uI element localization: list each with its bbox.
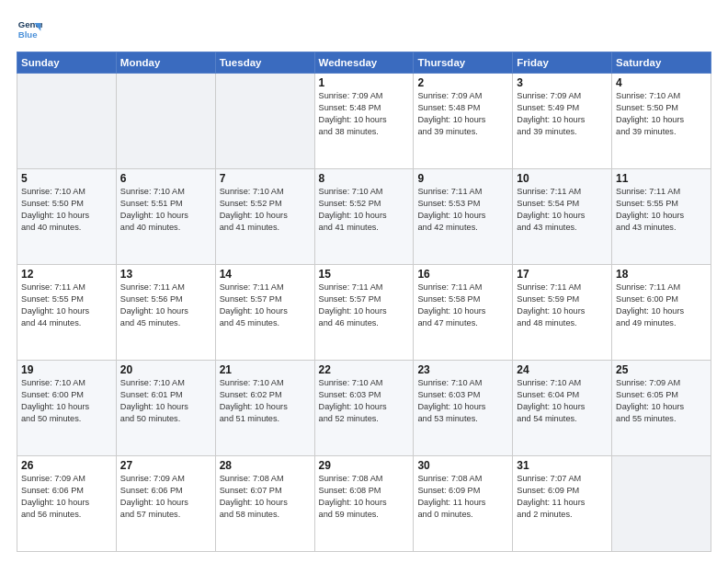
day-number: 21 (220, 363, 311, 376)
day-info: Sunrise: 7:11 AM Sunset: 5:55 PM Dayligh… (21, 282, 112, 329)
day-info: Sunrise: 7:09 AM Sunset: 6:05 PM Dayligh… (616, 377, 707, 425)
calendar-cell: 1Sunrise: 7:09 AM Sunset: 5:48 PM Daylig… (314, 74, 414, 169)
day-info: Sunrise: 7:11 AM Sunset: 5:53 PM Dayligh… (417, 186, 508, 234)
day-number: 17 (517, 268, 608, 281)
day-number: 5 (21, 172, 112, 185)
day-info: Sunrise: 7:11 AM Sunset: 5:57 PM Dayligh… (319, 282, 410, 329)
day-number: 14 (220, 268, 311, 281)
day-info: Sunrise: 7:10 AM Sunset: 6:03 PM Dayligh… (417, 377, 508, 425)
day-number: 25 (616, 363, 707, 376)
calendar-cell: 7Sunrise: 7:10 AM Sunset: 5:52 PM Daylig… (215, 169, 314, 265)
calendar-cell (116, 74, 215, 169)
day-number: 3 (517, 76, 608, 89)
day-info: Sunrise: 7:10 AM Sunset: 5:52 PM Dayligh… (220, 186, 311, 234)
day-info: Sunrise: 7:09 AM Sunset: 5:48 PM Dayligh… (417, 90, 508, 138)
logo: General Blue (17, 17, 46, 42)
week-row-4: 26Sunrise: 7:09 AM Sunset: 6:06 PM Dayli… (17, 456, 711, 552)
day-info: Sunrise: 7:11 AM Sunset: 5:58 PM Dayligh… (417, 282, 508, 329)
day-info: Sunrise: 7:11 AM Sunset: 6:00 PM Dayligh… (616, 282, 707, 329)
weekday-header-row: SundayMondayTuesdayWednesdayThursdayFrid… (17, 52, 711, 74)
calendar-cell: 8Sunrise: 7:10 AM Sunset: 5:52 PM Daylig… (314, 169, 414, 265)
day-info: Sunrise: 7:10 AM Sunset: 5:50 PM Dayligh… (21, 186, 112, 234)
day-info: Sunrise: 7:10 AM Sunset: 5:51 PM Dayligh… (120, 186, 211, 234)
day-info: Sunrise: 7:10 AM Sunset: 5:50 PM Dayligh… (616, 90, 707, 138)
day-info: Sunrise: 7:11 AM Sunset: 5:56 PM Dayligh… (120, 282, 211, 329)
calendar-cell: 27Sunrise: 7:09 AM Sunset: 6:06 PM Dayli… (116, 456, 215, 552)
calendar-cell: 4Sunrise: 7:10 AM Sunset: 5:50 PM Daylig… (612, 74, 711, 169)
calendar-cell (215, 74, 314, 169)
calendar-cell: 6Sunrise: 7:10 AM Sunset: 5:51 PM Daylig… (116, 169, 215, 265)
weekday-header-thursday: Thursday (414, 52, 513, 74)
calendar-cell: 31Sunrise: 7:07 AM Sunset: 6:09 PM Dayli… (513, 456, 612, 552)
day-number: 9 (417, 172, 508, 185)
day-number: 6 (120, 172, 211, 185)
day-info: Sunrise: 7:07 AM Sunset: 6:09 PM Dayligh… (517, 473, 608, 521)
day-info: Sunrise: 7:09 AM Sunset: 5:48 PM Dayligh… (319, 90, 410, 138)
weekday-header-saturday: Saturday (612, 52, 711, 74)
calendar-cell: 23Sunrise: 7:10 AM Sunset: 6:03 PM Dayli… (414, 361, 513, 456)
weekday-header-monday: Monday (116, 52, 215, 74)
calendar-cell: 24Sunrise: 7:10 AM Sunset: 6:04 PM Dayli… (513, 361, 612, 456)
day-number: 28 (220, 459, 311, 472)
day-number: 29 (319, 459, 410, 472)
day-info: Sunrise: 7:08 AM Sunset: 6:08 PM Dayligh… (319, 473, 410, 521)
day-number: 1 (319, 76, 410, 89)
day-info: Sunrise: 7:09 AM Sunset: 6:06 PM Dayligh… (120, 473, 211, 521)
day-number: 16 (417, 268, 508, 281)
day-info: Sunrise: 7:10 AM Sunset: 6:02 PM Dayligh… (220, 377, 311, 425)
day-number: 7 (220, 172, 311, 185)
day-number: 31 (517, 459, 608, 472)
day-info: Sunrise: 7:10 AM Sunset: 6:00 PM Dayligh… (21, 377, 112, 425)
day-info: Sunrise: 7:09 AM Sunset: 5:49 PM Dayligh… (517, 90, 608, 138)
calendar-cell: 18Sunrise: 7:11 AM Sunset: 6:00 PM Dayli… (612, 265, 711, 361)
day-info: Sunrise: 7:10 AM Sunset: 6:04 PM Dayligh… (517, 377, 608, 425)
page: General Blue SundayMondayTuesdayWednesda… (0, 0, 728, 563)
calendar-cell: 10Sunrise: 7:11 AM Sunset: 5:54 PM Dayli… (513, 169, 612, 265)
day-number: 12 (21, 268, 112, 281)
day-number: 30 (417, 459, 508, 472)
day-info: Sunrise: 7:09 AM Sunset: 6:06 PM Dayligh… (21, 473, 112, 521)
day-number: 27 (120, 459, 211, 472)
calendar-cell: 2Sunrise: 7:09 AM Sunset: 5:48 PM Daylig… (414, 74, 513, 169)
header: General Blue (17, 17, 711, 42)
day-info: Sunrise: 7:11 AM Sunset: 5:54 PM Dayligh… (517, 186, 608, 234)
calendar-cell: 11Sunrise: 7:11 AM Sunset: 5:55 PM Dayli… (612, 169, 711, 265)
calendar-cell: 15Sunrise: 7:11 AM Sunset: 5:57 PM Dayli… (314, 265, 414, 361)
day-info: Sunrise: 7:08 AM Sunset: 6:09 PM Dayligh… (417, 473, 508, 521)
calendar-cell: 13Sunrise: 7:11 AM Sunset: 5:56 PM Dayli… (116, 265, 215, 361)
day-info: Sunrise: 7:10 AM Sunset: 6:03 PM Dayligh… (319, 377, 410, 425)
calendar-cell: 26Sunrise: 7:09 AM Sunset: 6:06 PM Dayli… (17, 456, 117, 552)
day-info: Sunrise: 7:10 AM Sunset: 6:01 PM Dayligh… (120, 377, 211, 425)
calendar-cell: 14Sunrise: 7:11 AM Sunset: 5:57 PM Dayli… (215, 265, 314, 361)
week-row-1: 5Sunrise: 7:10 AM Sunset: 5:50 PM Daylig… (17, 169, 711, 265)
day-number: 11 (616, 172, 707, 185)
calendar-cell: 28Sunrise: 7:08 AM Sunset: 6:07 PM Dayli… (215, 456, 314, 552)
calendar-cell: 17Sunrise: 7:11 AM Sunset: 5:59 PM Dayli… (513, 265, 612, 361)
calendar-cell: 12Sunrise: 7:11 AM Sunset: 5:55 PM Dayli… (17, 265, 117, 361)
day-number: 23 (417, 363, 508, 376)
day-info: Sunrise: 7:11 AM Sunset: 5:59 PM Dayligh… (517, 282, 608, 329)
calendar-cell: 16Sunrise: 7:11 AM Sunset: 5:58 PM Dayli… (414, 265, 513, 361)
day-number: 4 (616, 76, 707, 89)
calendar-cell: 30Sunrise: 7:08 AM Sunset: 6:09 PM Dayli… (414, 456, 513, 552)
day-number: 10 (517, 172, 608, 185)
logo-icon: General Blue (17, 17, 42, 42)
weekday-header-wednesday: Wednesday (314, 52, 414, 74)
day-number: 19 (21, 363, 112, 376)
day-number: 24 (517, 363, 608, 376)
calendar-cell: 20Sunrise: 7:10 AM Sunset: 6:01 PM Dayli… (116, 361, 215, 456)
day-number: 15 (319, 268, 410, 281)
calendar-cell: 21Sunrise: 7:10 AM Sunset: 6:02 PM Dayli… (215, 361, 314, 456)
day-number: 26 (21, 459, 112, 472)
weekday-header-sunday: Sunday (17, 52, 117, 74)
weekday-header-tuesday: Tuesday (215, 52, 314, 74)
calendar-table: SundayMondayTuesdayWednesdayThursdayFrid… (17, 52, 711, 552)
day-info: Sunrise: 7:11 AM Sunset: 5:57 PM Dayligh… (220, 282, 311, 329)
day-info: Sunrise: 7:10 AM Sunset: 5:52 PM Dayligh… (319, 186, 410, 234)
day-number: 8 (319, 172, 410, 185)
day-number: 20 (120, 363, 211, 376)
calendar-cell: 5Sunrise: 7:10 AM Sunset: 5:50 PM Daylig… (17, 169, 117, 265)
calendar-cell: 25Sunrise: 7:09 AM Sunset: 6:05 PM Dayli… (612, 361, 711, 456)
weekday-header-friday: Friday (513, 52, 612, 74)
day-number: 13 (120, 268, 211, 281)
